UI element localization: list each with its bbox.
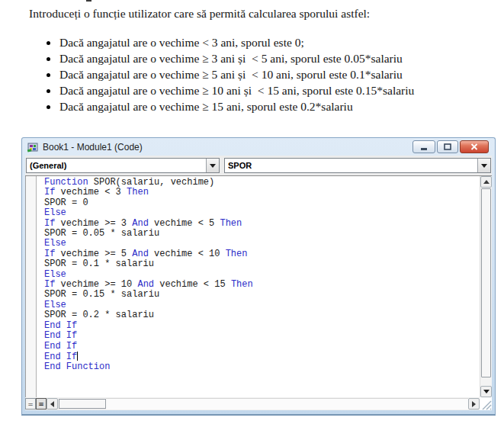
- bullet-item: Dacă angajatul are o vechime ≥ 10 ani și…: [47, 84, 414, 98]
- bullet-item: Dacă angajatul are o vechime ≥ 15 ani, s…: [47, 100, 414, 114]
- close-icon: [470, 143, 478, 150]
- resize-grip[interactable]: [480, 397, 492, 410]
- close-button[interactable]: [460, 140, 489, 153]
- scroll-up-button[interactable]: [480, 176, 492, 188]
- code-line[interactable]: Else: [44, 239, 480, 249]
- bullet-text: Dacă angajatul are o vechime ≥ 5 ani și …: [59, 68, 403, 82]
- bullet-text: Dacă angajatul are o vechime ≥ 3 ani și …: [59, 52, 403, 66]
- scroll-right-button[interactable]: [468, 398, 480, 410]
- code-line[interactable]: SPOR = 0.1 * salariu: [44, 259, 480, 269]
- code-keyword: Then: [231, 279, 253, 290]
- minimize-icon: [421, 146, 427, 150]
- bullet-dot-icon: [47, 73, 50, 77]
- code-text: vechime < 3: [55, 187, 127, 198]
- code-keyword: End If: [44, 320, 77, 331]
- scroll-down-button[interactable]: [480, 386, 492, 397]
- code-text: vechime < 10: [149, 249, 226, 259]
- code-keyword: End If: [44, 330, 77, 341]
- object-combobox[interactable]: (General): [26, 158, 220, 173]
- minimize-button[interactable]: [413, 140, 435, 153]
- code-text: vechime >= 10: [55, 279, 137, 290]
- vba-module-icon: [27, 141, 39, 153]
- code-keyword: If: [44, 187, 55, 198]
- bullet-dot-icon: [47, 41, 50, 45]
- code-line[interactable]: End If: [44, 352, 480, 362]
- code-text: SPOR = 0.1 * salariu: [44, 259, 154, 269]
- maximize-icon: [444, 143, 451, 150]
- maximize-button[interactable]: [437, 140, 458, 153]
- intro-heading: Introduceți o funcție utilizator care să…: [29, 7, 370, 21]
- object-combobox-dropdown-button[interactable]: [206, 159, 219, 172]
- code-text: SPOR = 0: [44, 198, 88, 208]
- code-keyword: Else: [44, 300, 66, 310]
- page: { "intro": { "heading": "Introduceți o f…: [0, 0, 504, 424]
- code-keyword: End Function: [44, 361, 110, 372]
- procedure-combobox-dropdown-button[interactable]: [477, 159, 490, 172]
- code-line[interactable]: End If: [44, 331, 480, 341]
- code-line[interactable]: End If: [44, 342, 480, 352]
- code-line[interactable]: Else: [44, 300, 480, 310]
- horizontal-scrollbar-thumb[interactable]: [59, 399, 106, 409]
- resize-grip-icon: [481, 400, 492, 410]
- window-titlebar[interactable]: Book1 - Module1 (Code): [25, 138, 492, 156]
- code-keyword: If: [44, 279, 55, 290]
- code-line[interactable]: SPOR = 0.05 * salariu: [44, 229, 480, 239]
- left-arrow-icon: [50, 401, 54, 407]
- code-keyword: Then: [127, 187, 149, 198]
- code-line[interactable]: SPOR = 0: [44, 198, 480, 208]
- bullet-dot-icon: [47, 105, 50, 109]
- code-keyword: Else: [44, 269, 66, 280]
- window-title: Book1 - Module1 (Code): [43, 142, 413, 153]
- code-line[interactable]: SPOR = 0.2 * salariu: [44, 310, 480, 320]
- combobox-row: (General) SPOR: [25, 156, 492, 175]
- code-keyword: Function: [44, 177, 88, 188]
- down-arrow-icon: [483, 390, 490, 393]
- code-editor-area: Function SPOR(salariu, vechime)If vechim…: [25, 175, 492, 397]
- code-keyword: And: [137, 279, 154, 290]
- code-line[interactable]: End If: [44, 321, 480, 331]
- window-controls: [413, 140, 489, 153]
- code-text: SPOR = 0.2 * salariu: [44, 310, 154, 320]
- code-line[interactable]: Else: [44, 208, 480, 218]
- code-text: SPOR = 0.15 * salariu: [44, 289, 159, 300]
- scroll-left-button[interactable]: [47, 398, 58, 410]
- procedure-combobox[interactable]: SPOR: [224, 158, 491, 173]
- code-line[interactable]: If vechime >= 3 And vechime < 5 Then: [44, 219, 480, 229]
- code-text: SPOR(salariu, vechime): [88, 177, 215, 188]
- code-keyword: End If: [44, 341, 77, 352]
- code-text: vechime >= 3: [55, 218, 132, 229]
- code-keyword: Then: [220, 218, 242, 229]
- bullet-item: Dacă angajatul are o vechime ≥ 3 ani și …: [47, 52, 414, 66]
- code-keyword: And: [132, 249, 149, 259]
- code-text: SPOR = 0.05 * salariu: [44, 228, 159, 239]
- bullet-text: Dacă angajatul are o vechime ≥ 10 ani și…: [59, 84, 414, 98]
- bullet-list: Dacă angajatul are o vechime < 3 ani, sp…: [47, 36, 414, 116]
- code-line[interactable]: Function SPOR(salariu, vechime): [44, 178, 480, 188]
- code-editor[interactable]: Function SPOR(salariu, vechime)If vechim…: [37, 176, 480, 397]
- chevron-down-icon: [210, 164, 216, 168]
- code-line[interactable]: Else: [44, 270, 480, 280]
- bullet-text: Dacă angajatul are o vechime < 3 ani, sp…: [59, 36, 304, 50]
- code-text: vechime < 15: [154, 279, 231, 290]
- code-keyword: And: [132, 218, 149, 229]
- vertical-scrollbar[interactable]: [480, 176, 492, 397]
- procedure-view-button[interactable]: =: [25, 398, 36, 410]
- code-line[interactable]: If vechime >= 10 And vechime < 15 Then: [44, 280, 480, 290]
- code-keyword: If: [44, 218, 55, 229]
- object-combobox-value: (General): [27, 161, 206, 170]
- vertical-scrollbar-thumb[interactable]: [481, 188, 491, 377]
- code-text: vechime < 5: [149, 218, 220, 229]
- code-keyword: If: [44, 249, 55, 259]
- code-line[interactable]: SPOR = 0.15 * salariu: [44, 290, 480, 300]
- code-keyword: Else: [44, 207, 66, 218]
- full-module-view-button[interactable]: ≡: [36, 398, 47, 410]
- margin-indicator-bar[interactable]: [25, 176, 37, 397]
- horizontal-scrollbar-track[interactable]: [106, 398, 468, 410]
- code-line[interactable]: End Function: [44, 362, 480, 372]
- code-line[interactable]: If vechime < 3 Then: [44, 188, 480, 198]
- code-line[interactable]: If vechime >= 5 And vechime < 10 Then: [44, 249, 480, 259]
- bullet-dot-icon: [47, 57, 50, 61]
- bullet-text: Dacă angajatul are o vechime ≥ 15 ani, s…: [59, 100, 353, 114]
- bullet-dot-icon: [47, 89, 50, 93]
- code-text: vechime >= 5: [55, 249, 132, 259]
